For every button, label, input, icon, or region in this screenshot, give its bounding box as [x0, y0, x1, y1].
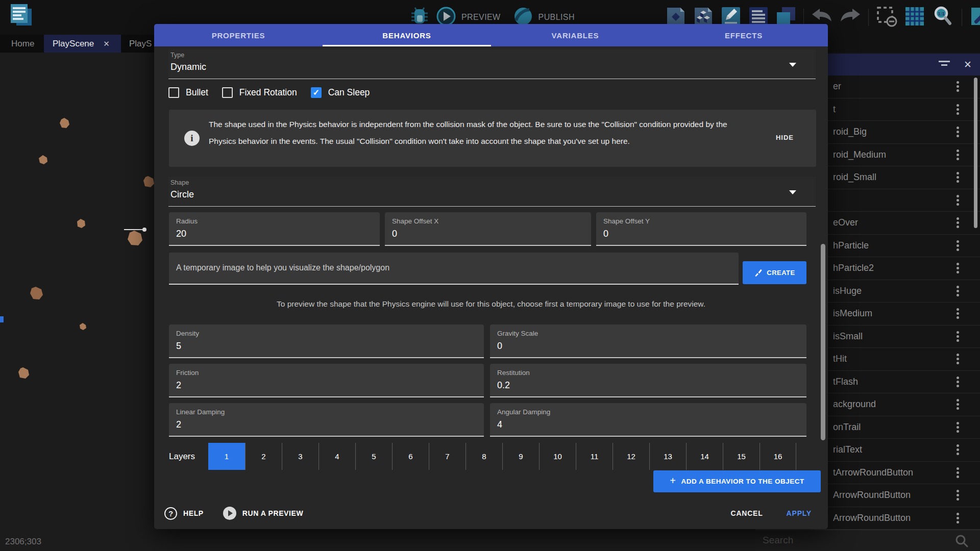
grid-icon[interactable] — [904, 6, 925, 29]
more-options-icon[interactable] — [957, 375, 960, 389]
layer-button[interactable]: 2 — [245, 443, 282, 470]
more-options-icon[interactable] — [957, 466, 960, 480]
run-preview-button[interactable]: RUN A PREVIEW — [242, 509, 304, 517]
more-options-icon[interactable] — [957, 511, 960, 525]
search-input[interactable]: Search — [763, 535, 793, 546]
field-value[interactable]: 2 — [176, 419, 181, 430]
density-field[interactable]: Density 5 — [169, 324, 484, 358]
close-tab-icon[interactable]: ✕ — [103, 39, 110, 48]
field-value[interactable]: 0 — [392, 229, 397, 239]
toolbar-separator — [868, 9, 869, 26]
dialog-tab[interactable]: PROPERTIES — [154, 24, 323, 46]
object-name: tArrowRoundButton — [833, 467, 913, 478]
dialog-tab[interactable]: VARIABLES — [491, 24, 659, 46]
layer-button[interactable]: 5 — [355, 443, 392, 470]
layer-button[interactable]: 6 — [392, 443, 429, 470]
tab-playscene[interactable]: PlayScene ✕ — [44, 35, 121, 53]
cancel-button[interactable]: CANCEL — [730, 509, 763, 517]
layer-button[interactable]: 3 — [282, 443, 318, 470]
friction-field[interactable]: Friction 2 — [169, 364, 484, 397]
field-value[interactable]: 2 — [176, 380, 181, 391]
type-select[interactable]: Type Dynamic — [168, 49, 816, 79]
more-options-icon[interactable] — [957, 148, 960, 162]
more-options-icon[interactable] — [957, 284, 960, 298]
tools-wrench-icon[interactable] — [969, 6, 980, 29]
layer-button[interactable]: 15 — [723, 443, 760, 470]
help-button[interactable]: HELP — [183, 509, 204, 517]
more-options-icon[interactable] — [957, 103, 960, 116]
gravity-scale-field[interactable]: Gravity Scale 0 — [490, 324, 806, 358]
layer-button[interactable]: 9 — [502, 443, 539, 470]
apply-button[interactable]: APPLY — [787, 509, 812, 517]
more-options-icon[interactable] — [957, 216, 960, 230]
layer-button[interactable]: 1 — [208, 443, 245, 470]
shape-offset-y-field[interactable]: Shape Offset Y 0 — [596, 212, 806, 246]
layer-button[interactable]: 7 — [429, 443, 465, 470]
physics-checkbox[interactable]: Fixed Rotation — [222, 87, 297, 98]
panel-scrollbar[interactable] — [974, 78, 977, 228]
layer-button[interactable]: 4 — [318, 443, 355, 470]
help-icon[interactable]: ? — [164, 507, 177, 520]
restitution-field[interactable]: Restitution 0.2 — [490, 364, 806, 397]
zoom-original-icon[interactable]: 1:1 — [932, 5, 954, 30]
layer-number: 9 — [519, 452, 523, 461]
field-value[interactable]: 4 — [497, 419, 502, 430]
linear-damping-field[interactable]: Linear Damping 2 — [169, 403, 484, 437]
layer-button[interactable]: 11 — [576, 443, 612, 470]
field-label: Gravity Scale — [497, 330, 538, 337]
more-options-icon[interactable] — [957, 307, 960, 320]
tab-playscene-events[interactable]: PlayS — [129, 35, 152, 53]
layer-button[interactable]: 16 — [760, 443, 796, 470]
more-options-icon[interactable] — [957, 125, 960, 139]
checkbox-icon[interactable] — [311, 87, 322, 98]
layer-button[interactable]: 8 — [465, 443, 502, 470]
layer-button[interactable]: 10 — [539, 443, 576, 470]
more-options-icon[interactable] — [957, 488, 960, 502]
field-value[interactable]: 20 — [176, 229, 186, 239]
filter-icon[interactable] — [938, 59, 950, 71]
layer-button[interactable]: 14 — [686, 443, 723, 470]
physics-checkbox[interactable]: Bullet — [168, 87, 208, 98]
deselect-icon[interactable] — [876, 6, 897, 29]
shape-select[interactable]: Shape Circle — [168, 177, 816, 207]
more-options-icon[interactable] — [957, 330, 960, 343]
radius-field[interactable]: Radius 20 — [169, 212, 380, 246]
publish-button[interactable]: PUBLISH — [538, 13, 575, 22]
more-options-icon[interactable] — [957, 352, 960, 366]
create-button[interactable]: CREATE — [743, 261, 806, 284]
add-behavior-button[interactable]: + ADD A BEHAVIOR TO THE OBJECT — [653, 470, 821, 492]
object-name: roid_Big — [833, 127, 867, 137]
field-value[interactable]: 5 — [176, 341, 181, 352]
dialog-tab[interactable]: BEHAVIORS — [323, 24, 491, 46]
project-manager-icon[interactable] — [7, 2, 36, 32]
field-value[interactable]: 0 — [497, 341, 502, 352]
more-options-icon[interactable] — [957, 239, 960, 253]
more-options-icon[interactable] — [957, 420, 960, 434]
hide-button[interactable]: HIDE — [776, 134, 794, 141]
cursor-coordinates: 2306;303 — [5, 537, 41, 547]
tab-home[interactable]: Home — [7, 35, 38, 53]
more-options-icon[interactable] — [957, 193, 960, 207]
redo-icon[interactable] — [840, 8, 861, 27]
physics-checkbox[interactable]: Can Sleep — [311, 87, 370, 98]
dialog-scrollbar[interactable] — [821, 244, 825, 440]
angular-damping-field[interactable]: Angular Damping 4 — [490, 403, 806, 437]
more-options-icon[interactable] — [957, 80, 960, 93]
field-value[interactable]: 0 — [603, 229, 608, 239]
more-options-icon[interactable] — [957, 261, 960, 275]
dialog-tab[interactable]: EFFECTS — [659, 24, 828, 46]
checkbox-icon[interactable] — [222, 87, 233, 98]
objects-search-bar[interactable]: Search — [755, 530, 980, 551]
run-preview-icon[interactable] — [223, 507, 236, 520]
close-panel-icon[interactable]: ✕ — [964, 59, 972, 70]
preview-button[interactable]: PREVIEW — [461, 13, 501, 22]
layer-button[interactable]: 12 — [612, 443, 649, 470]
shape-offset-x-field[interactable]: Shape Offset X 0 — [385, 212, 591, 246]
more-options-icon[interactable] — [957, 397, 960, 411]
more-options-icon[interactable] — [957, 170, 960, 184]
layer-button[interactable]: 13 — [649, 443, 686, 470]
more-options-icon[interactable] — [957, 443, 960, 457]
temp-image-field[interactable]: A temporary image to help you visualize … — [169, 253, 739, 285]
checkbox-icon[interactable] — [168, 87, 179, 98]
field-value[interactable]: 0.2 — [497, 380, 510, 391]
